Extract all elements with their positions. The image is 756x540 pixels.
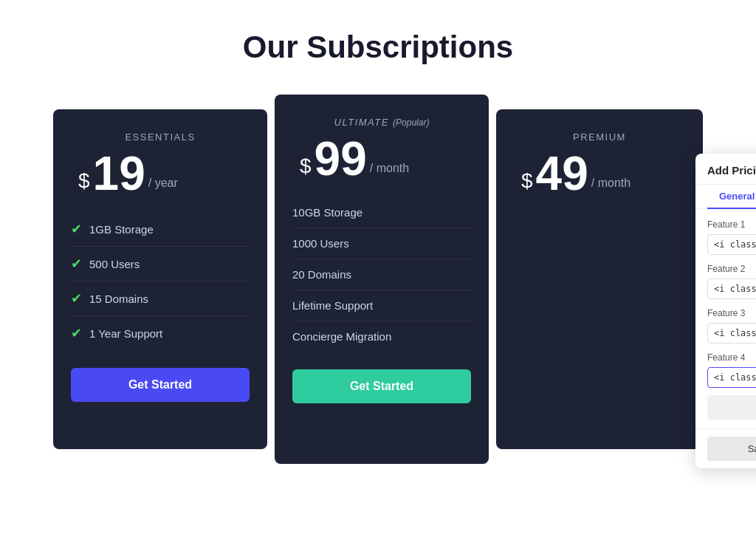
list-item: 20 Domains [292,259,471,290]
add-pricing-box-panel: Add Pricing Box General Button Style Fea… [695,154,756,468]
amount-premium: 49 [536,150,588,197]
feature-row-1: Feature 1 ⊹ ⧉ ✕ [707,218,756,255]
list-item: ✔ 15 Domains [71,281,250,316]
tab-general[interactable]: General [707,185,756,209]
list-item: ✔ 1 Year Support [71,316,250,350]
panel-body: Feature 1 ⊹ ⧉ ✕ Feature 2 ⊹ [695,209,756,428]
get-started-button-essentials[interactable]: Get Started [71,368,250,402]
cards-container: ESSENTIALS $ 19 / year ✔ 1GB Storage ✔ 5… [16,95,740,464]
get-started-button-ultimate[interactable]: Get Started [292,369,471,403]
card-premium-label: PREMIUM [514,131,685,143]
card-essentials: ESSENTIALS $ 19 / year ✔ 1GB Storage ✔ 5… [53,109,267,449]
feature-3-label: Feature 3 [707,308,745,318]
amount-ultimate: 99 [315,135,367,182]
amount-essentials: 19 [93,150,145,197]
check-icon: ✔ [71,290,82,307]
panel-title: Add Pricing Box [707,164,756,177]
panel-tabs: General Button Style [695,185,756,209]
page-title: Our Subscriptions [243,30,513,65]
currency-essentials: $ [78,169,90,193]
currency-premium: $ [521,169,533,193]
list-item: ✔ 500 Users [71,247,250,281]
card-ultimate-price: $ 99 / month [292,135,471,182]
save-button[interactable]: Save [707,437,756,461]
list-item: ✔ 1GB Storage [71,212,250,247]
features-list-essentials: ✔ 1GB Storage ✔ 500 Users ✔ 15 Domains ✔… [71,212,250,350]
card-essentials-label: ESSENTIALS [71,131,250,143]
feature-1-input[interactable] [707,234,756,255]
list-item: 10GB Storage [292,197,471,228]
list-item: Concierge Migration [292,321,471,352]
list-item: 1000 Users [292,228,471,259]
list-item: Lifetime Support [292,290,471,321]
card-essentials-price: $ 19 / year [71,150,250,197]
currency-ultimate: $ [300,154,312,178]
feature-row-3: Feature 3 ⊹ ⧉ ✕ [707,307,756,344]
check-icon: ✔ [71,325,82,341]
panel-header: Add Pricing Box [695,154,756,185]
feature-4-input[interactable] [707,367,756,388]
check-icon: ✔ [71,256,82,272]
card-premium-price: $ 49 / month [514,150,685,197]
features-list-ultimate: 10GB Storage 1000 Users 20 Domains Lifet… [292,197,471,352]
card-ultimate: ULTIMATE (Popular) $ 99 / month 10GB Sto… [275,95,489,464]
add-feature-button[interactable]: Add Feature [707,395,756,420]
panel-footer: Save Cancel [695,428,756,468]
period-premium: / month [591,177,630,190]
card-premium: PREMIUM $ 49 / month Add Pricing Box Gen… [496,109,703,449]
period-ultimate: / month [370,162,409,175]
check-icon: ✔ [71,221,82,237]
period-essentials: / year [148,177,178,190]
feature-3-input[interactable] [707,323,756,344]
feature-1-label: Feature 1 [707,219,745,230]
feature-2-input[interactable] [707,278,756,299]
feature-2-label: Feature 2 [707,264,745,274]
feature-row-2: Feature 2 ⊹ ⧉ ✕ [707,262,756,299]
card-ultimate-label: ULTIMATE (Popular) [292,117,471,128]
feature-4-label: Feature 4 [707,352,745,363]
feature-row-4: Feature 4 ⊹ ⧉ ✕ [707,351,756,388]
